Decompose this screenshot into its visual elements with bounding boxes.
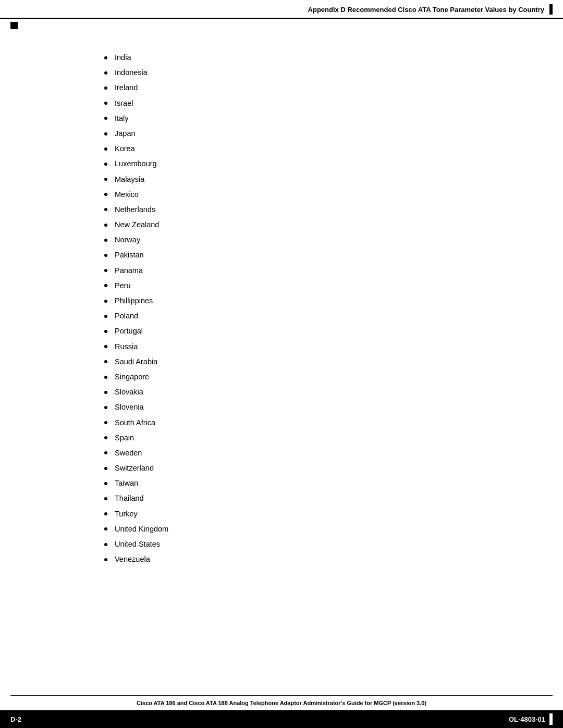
bullet-icon xyxy=(104,163,107,166)
country-name: South Africa xyxy=(115,417,155,429)
list-item: Korea xyxy=(104,141,521,156)
list-item: Japan xyxy=(104,126,521,141)
list-item: Saudi Arabia xyxy=(104,354,521,369)
list-item: Israel xyxy=(104,96,521,111)
bullet-icon xyxy=(104,482,107,485)
bullet-icon xyxy=(104,436,107,439)
list-item: Indonesia xyxy=(104,65,521,80)
bullet-icon xyxy=(104,345,107,348)
bullet-icon xyxy=(104,193,107,196)
country-name: United Kingdom xyxy=(115,523,168,535)
list-item: Turkey xyxy=(104,507,521,522)
list-item: Singapore xyxy=(104,369,521,385)
country-name: Spain xyxy=(115,432,134,444)
header-right-bar xyxy=(549,4,553,15)
country-name: Ireland xyxy=(115,82,138,94)
page-number: D-2 xyxy=(10,715,21,723)
country-name: India xyxy=(115,52,131,64)
country-name: Japan xyxy=(115,128,136,140)
bullet-icon xyxy=(104,421,107,424)
list-item: Italy xyxy=(104,111,521,126)
country-name: Panama xyxy=(115,265,143,277)
bullet-icon xyxy=(104,543,107,546)
bullet-icon xyxy=(104,512,107,515)
country-name: Malaysia xyxy=(115,174,144,186)
list-item: Slovenia xyxy=(104,400,521,415)
bullet-icon xyxy=(104,284,107,287)
country-name: Taiwan xyxy=(115,477,138,489)
country-name: Turkey xyxy=(115,508,138,520)
bullet-icon xyxy=(104,330,107,333)
country-name: United States xyxy=(115,538,160,550)
bullet-icon xyxy=(104,527,107,530)
list-item: Panama xyxy=(104,263,521,278)
bullet-icon xyxy=(104,178,107,181)
footer-doc-number-area: OL-4803-01 xyxy=(509,713,553,725)
country-name: New Zealand xyxy=(115,219,159,231)
list-item: Phillippines xyxy=(104,293,521,309)
bullet-icon xyxy=(104,147,107,151)
country-list: IndiaIndonesiaIrelandIsraelItalyJapanKor… xyxy=(104,50,521,567)
top-left-square xyxy=(10,22,18,29)
footer-page-label-area: D-2 xyxy=(10,715,21,723)
country-name: Slovenia xyxy=(115,401,144,413)
list-item: South Africa xyxy=(104,415,521,430)
bullet-icon xyxy=(104,467,107,470)
bullet-icon xyxy=(104,497,107,500)
bullet-icon xyxy=(104,360,107,363)
country-name: Phillippines xyxy=(115,295,153,307)
main-content: IndiaIndonesiaIrelandIsraelItalyJapanKor… xyxy=(0,19,563,670)
country-name: Indonesia xyxy=(115,67,148,79)
country-name: Korea xyxy=(115,143,135,155)
page-header: Appendix D Recommended Cisco ATA Tone Pa… xyxy=(0,0,563,19)
country-name: Portugal xyxy=(115,325,143,337)
list-item: Sweden xyxy=(104,446,521,461)
list-item: India xyxy=(104,50,521,65)
bullet-icon xyxy=(104,391,107,394)
bullet-icon xyxy=(104,224,107,227)
country-name: Singapore xyxy=(115,371,149,383)
list-item: Ireland xyxy=(104,80,521,95)
list-item: Norway xyxy=(104,232,521,248)
bullet-icon xyxy=(104,87,107,90)
list-item: Spain xyxy=(104,430,521,446)
list-item: Slovakia xyxy=(104,385,521,400)
country-name: Poland xyxy=(115,310,138,322)
country-name: Slovakia xyxy=(115,386,143,398)
bullet-icon xyxy=(104,269,107,272)
bullet-icon xyxy=(104,132,107,135)
bullet-icon xyxy=(104,208,107,211)
list-item: Pakistan xyxy=(104,248,521,263)
country-name: Saudi Arabia xyxy=(115,356,157,368)
list-item: New Zealand xyxy=(104,217,521,232)
bullet-icon xyxy=(104,254,107,257)
country-name: Pakistan xyxy=(115,249,144,261)
bullet-icon xyxy=(104,117,107,120)
country-name: Mexico xyxy=(115,189,139,201)
bullet-icon xyxy=(104,558,107,561)
list-item: Netherlands xyxy=(104,202,521,217)
page-footer: Cisco ATA 186 and Cisco ATA 188 Analog T… xyxy=(0,695,563,728)
country-name: Switzerland xyxy=(115,462,154,474)
header-title: Appendix D Recommended Cisco ATA Tone Pa… xyxy=(308,6,544,14)
list-item: Poland xyxy=(104,309,521,324)
list-item: Switzerland xyxy=(104,461,521,476)
country-name: Netherlands xyxy=(115,204,155,216)
footer-center-text: Cisco ATA 186 and Cisco ATA 188 Analog T… xyxy=(0,696,563,710)
bullet-icon xyxy=(104,56,107,59)
country-name: Peru xyxy=(115,280,131,292)
country-name: Russia xyxy=(115,341,138,353)
list-item: United States xyxy=(104,537,521,552)
list-item: Russia xyxy=(104,339,521,354)
country-name: Sweden xyxy=(115,447,142,459)
country-name: Italy xyxy=(115,113,129,125)
bullet-icon xyxy=(104,102,107,105)
list-item: Venezuela xyxy=(104,552,521,567)
country-name: Norway xyxy=(115,234,140,246)
list-item: Portugal xyxy=(104,324,521,339)
doc-number: OL-4803-01 xyxy=(509,715,545,723)
footer-right-bar-decoration xyxy=(549,713,553,725)
list-item: United Kingdom xyxy=(104,522,521,537)
country-name: Israel xyxy=(115,97,133,109)
footer-bottom-bar: D-2 OL-4803-01 xyxy=(0,710,563,728)
